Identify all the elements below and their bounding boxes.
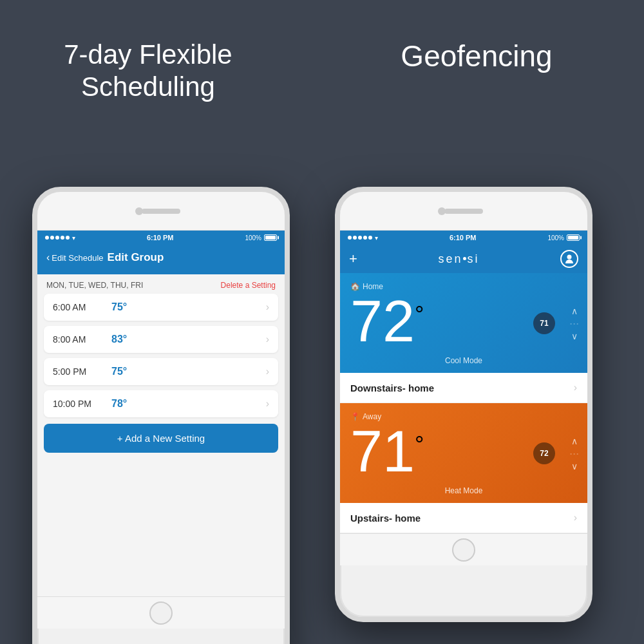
signal-dot (358, 236, 362, 240)
schedule-time: 10:00 PM (53, 399, 101, 409)
days-label: MON, TUE, WED, THU, FRI (46, 281, 143, 290)
temp-arrows-heat: ∧ • • • ∨ (570, 436, 578, 470)
geo-app-header: + sensi (340, 245, 587, 273)
schedule-content: MON, TUE, WED, THU, FRI Delete a Setting… (37, 274, 285, 596)
status-time-right: 6:10 PM (450, 234, 477, 242)
days-row: MON, TUE, WED, THU, FRI Delete a Setting (37, 274, 285, 294)
dots-separator-heat: • • • (570, 450, 578, 456)
thermostat-name-upstairs: Upstairs- home (350, 513, 421, 524)
away-temp-card: 📍 Away 71° 72 ∧ • • • ∨ Heat Mode Up (340, 403, 587, 533)
schedule-time: 8:00 AM (53, 334, 101, 345)
signal-dot (348, 236, 352, 240)
phone-camera (135, 207, 143, 215)
phone-bottom-bar-left (37, 596, 285, 629)
battery-fill-right (568, 236, 578, 240)
schedule-item-left: 8:00 AM 83° (53, 334, 127, 345)
schedule-time: 6:00 AM (53, 302, 101, 312)
chevron-right-icon: › (574, 512, 577, 524)
schedule-item[interactable]: 5:00 PM 75° › (44, 358, 278, 385)
sensi-dot-icon (463, 257, 466, 260)
delete-setting-link[interactable]: Delete a Setting (221, 281, 276, 290)
thermostat-row-upstairs[interactable]: Upstairs- home › (340, 503, 587, 533)
wifi-icon-right: ▾ (375, 234, 378, 242)
status-left: ▾ (45, 234, 75, 242)
status-bar-left: ▾ 6:10 PM 100% (37, 231, 285, 245)
profile-icon[interactable] (560, 250, 578, 268)
dots-separator: • • • (570, 320, 578, 326)
signal-dot (50, 236, 54, 240)
scheduling-title: 7-day Flexible Scheduling (32, 39, 264, 104)
schedule-item[interactable]: 6:00 AM 75° › (44, 294, 278, 321)
group-title: Edit Group (108, 251, 164, 264)
schedule-temp: 75° (111, 301, 127, 313)
schedule-temp: 78° (111, 398, 127, 410)
set-temp-badge-cool: 71 (533, 312, 555, 334)
schedule-temp: 83° (111, 334, 127, 345)
battery-icon-right (567, 234, 580, 241)
big-temp-cool: 72 (350, 289, 415, 354)
signal-dot (45, 236, 49, 240)
heat-card-bg: 📍 Away 71° 72 ∧ • • • ∨ Heat Mode (340, 403, 587, 503)
schedule-time: 5:00 PM (53, 366, 101, 377)
heat-mode-text: Heat Mode (445, 486, 483, 495)
status-right-right: 100% (547, 234, 580, 242)
home-button-left[interactable] (149, 601, 173, 625)
back-label: Edit Schedule (52, 253, 103, 263)
sensi-logo: sensi (438, 252, 479, 266)
right-phone: ▾ 6:10 PM 100% + sensi (335, 187, 592, 622)
status-time-left: 6:10 PM (147, 234, 174, 242)
schedule-item-left: 6:00 AM 75° (53, 301, 127, 313)
schedule-header-top: ‹ Edit Schedule Edit Group (46, 251, 276, 264)
degree-heat: ° (415, 431, 424, 459)
schedule-list: 6:00 AM 75° › 8:00 AM 83° › 5:00 P (37, 294, 285, 417)
signal-dots-right (348, 236, 372, 240)
temp-down-button-cool[interactable]: ∨ (571, 331, 578, 340)
cool-mode-text: Cool Mode (445, 356, 482, 365)
chevron-right-icon: › (266, 301, 269, 313)
battery-fill (265, 236, 276, 240)
back-chevron-icon: ‹ (46, 252, 50, 263)
add-new-setting-button[interactable]: + Add a New Setting (44, 424, 278, 453)
phone-top-bar-left (37, 192, 285, 231)
temp-up-button-heat[interactable]: ∧ (571, 436, 578, 445)
home-temp-card: 🏠 Home 72° 71 ∧ • • • ∨ Cool Mode Do (340, 273, 587, 403)
geofencing-title: Geofencing (361, 39, 592, 74)
signal-dots (45, 236, 70, 240)
phone-bottom-bar-right (340, 533, 587, 565)
chevron-right-icon: › (266, 366, 269, 377)
schedule-item-left: 5:00 PM 75° (53, 366, 127, 377)
status-right-left: 100% (245, 234, 277, 242)
temp-arrows-cool: ∧ • • • ∨ (570, 306, 578, 340)
phone-camera-right (438, 207, 446, 215)
battery-label-right: 100% (547, 234, 564, 242)
svg-point-0 (567, 255, 571, 260)
status-bar-right: ▾ 6:10 PM 100% (340, 231, 587, 245)
signal-dot (363, 236, 367, 240)
chevron-right-icon: › (574, 382, 577, 393)
chevron-right-icon: › (266, 398, 269, 410)
schedule-temp: 75° (111, 366, 127, 377)
signal-dot (66, 236, 70, 240)
left-phone: ▾ 6:10 PM 100% ‹ Edit Schedule Edit Grou… (32, 187, 290, 644)
temp-up-button-cool[interactable]: ∧ (571, 306, 578, 315)
battery-label-left: 100% (245, 234, 261, 242)
status-left-right: ▾ (348, 234, 378, 242)
set-temp-badge-heat: 72 (533, 442, 555, 464)
back-button[interactable]: ‹ Edit Schedule (46, 252, 104, 263)
chevron-right-icon: › (266, 334, 269, 345)
thermostat-row-downstairs[interactable]: Downstairs- home › (340, 373, 587, 403)
schedule-app-header: ‹ Edit Schedule Edit Group (37, 245, 285, 274)
signal-dot (55, 236, 59, 240)
schedule-item-left: 10:00 PM 78° (53, 398, 127, 410)
schedule-item[interactable]: 10:00 PM 78° › (44, 390, 278, 417)
geo-app-content: 🏠 Home 72° 71 ∧ • • • ∨ Cool Mode Do (340, 273, 587, 533)
plus-button[interactable]: + (349, 251, 357, 267)
temp-down-button-heat[interactable]: ∨ (571, 461, 578, 470)
cool-card-bg: 🏠 Home 72° 71 ∧ • • • ∨ Cool Mode (340, 273, 587, 373)
phone-top-bar-right (340, 192, 587, 231)
signal-dot (368, 236, 372, 240)
home-button-right[interactable] (452, 538, 475, 562)
phone-speaker-right (444, 209, 483, 214)
wifi-icon: ▾ (72, 234, 75, 242)
schedule-item[interactable]: 8:00 AM 83° › (44, 326, 278, 353)
